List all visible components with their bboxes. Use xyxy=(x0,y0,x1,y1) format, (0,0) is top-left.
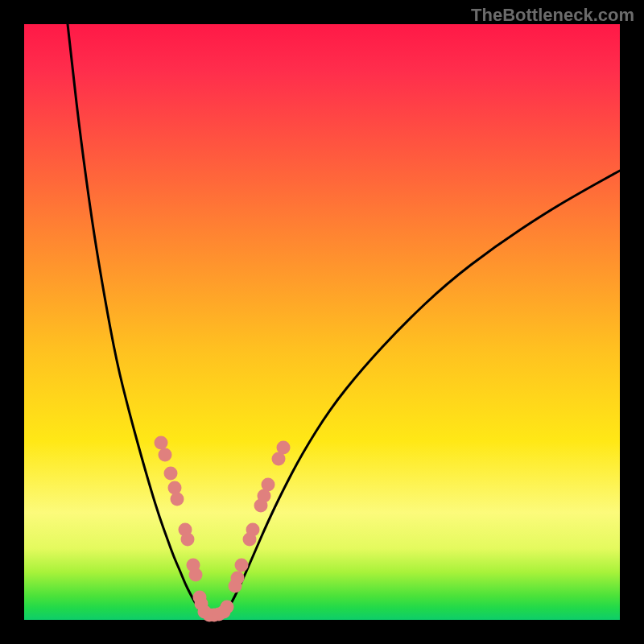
curve-svg xyxy=(24,24,620,620)
marker-dot xyxy=(235,559,249,572)
gradient-plot-area xyxy=(24,24,620,620)
marker-dot xyxy=(181,533,195,547)
marker-dot xyxy=(189,568,203,582)
watermark-text: TheBottleneck.com xyxy=(471,5,634,26)
marker-dot xyxy=(155,436,168,450)
marker-dot xyxy=(277,441,291,455)
v-curve-path xyxy=(68,24,620,615)
marker-dot xyxy=(171,493,184,506)
marker-dot xyxy=(164,467,178,481)
marker-dots xyxy=(155,436,291,622)
marker-dot xyxy=(246,523,260,537)
marker-dot xyxy=(262,478,275,492)
marker-dot xyxy=(231,572,245,585)
v-curve xyxy=(68,24,620,615)
chart-frame: TheBottleneck.com xyxy=(0,0,644,644)
marker-dot xyxy=(159,448,172,462)
marker-dot xyxy=(168,481,182,495)
marker-dot xyxy=(221,601,234,614)
